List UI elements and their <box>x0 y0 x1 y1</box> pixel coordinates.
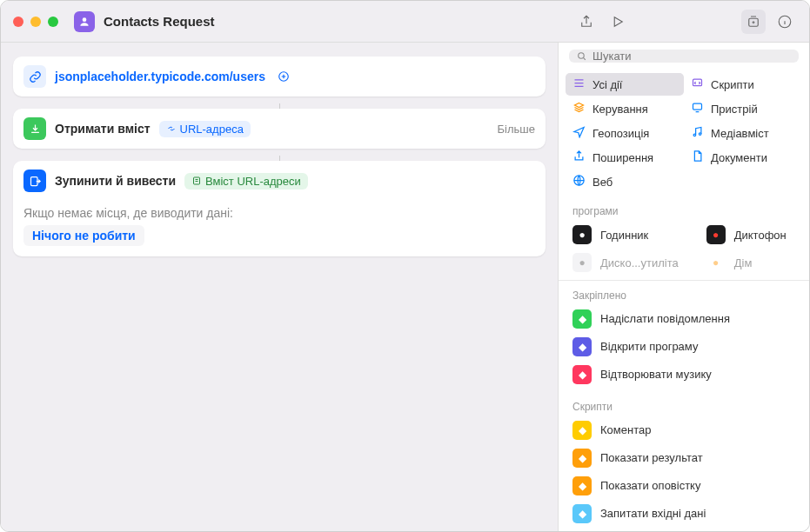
titlebar: Contacts Request <box>1 1 809 43</box>
action-item[interactable]: ◆Порахувати <box>559 528 809 531</box>
window-controls <box>13 17 58 27</box>
more-button[interactable]: Більше <box>498 123 535 136</box>
app-item[interactable]: ●Диктофон <box>693 221 809 249</box>
add-url-button[interactable] <box>274 67 293 86</box>
svg-point-9 <box>693 134 696 136</box>
url-value[interactable]: jsonplaceholder.typicode.com/users <box>55 70 265 83</box>
svg-point-0 <box>83 17 87 22</box>
action-item[interactable]: ◆Коментар <box>559 416 809 444</box>
library-button[interactable] <box>741 10 766 34</box>
category-item[interactable]: Веб <box>566 170 684 193</box>
maximize-button[interactable] <box>48 17 58 27</box>
scripts-section-title: Скрипти <box>559 396 809 416</box>
info-button[interactable] <box>773 10 797 34</box>
apps-grid: ●Годинник●Диктофон●Диско...утиліта●Дім <box>559 221 809 276</box>
category-item[interactable]: Керування <box>566 97 684 120</box>
category-grid: Усі діїСкриптиКеруванняПристрійГеопозиці… <box>559 70 809 200</box>
action-item[interactable]: ◆Показати оповістку <box>559 472 809 500</box>
action-item[interactable]: ◆Відтворювати музику <box>559 361 809 389</box>
url-action-card[interactable]: jsonplaceholder.typicode.com/users <box>13 57 546 96</box>
category-item[interactable]: Поширення <box>566 146 684 169</box>
category-item[interactable]: Медіавміст <box>684 122 802 144</box>
app-item[interactable]: ●Годинник <box>559 221 693 249</box>
link-icon <box>23 65 46 88</box>
if-nowhere-label: Якщо немає місця, де виводити дані: <box>23 206 535 220</box>
action-item[interactable]: ◆Показати результат <box>559 444 809 472</box>
get-contents-card[interactable]: Отримати вміст URL-адреса Більше <box>13 109 546 149</box>
close-button[interactable] <box>13 17 23 27</box>
minimize-button[interactable] <box>30 17 41 27</box>
url-token[interactable]: URL-адреса <box>159 121 251 137</box>
svg-rect-8 <box>693 103 702 110</box>
app-item[interactable]: ●Диско...утиліта <box>559 249 693 276</box>
action-item[interactable]: ◆Надіслати повідомлення <box>559 305 809 333</box>
pinned-list: ◆Надіслати повідомлення◆Відкрити програм… <box>559 305 809 389</box>
category-item[interactable]: Геопозиція <box>566 122 684 144</box>
window-title: Contacts Request <box>104 14 215 29</box>
category-item[interactable]: Пристрій <box>684 97 802 120</box>
search-icon <box>576 50 587 62</box>
category-item[interactable]: Документи <box>684 146 802 169</box>
app-item[interactable]: ●Дім <box>693 249 809 276</box>
action-item[interactable]: ◆Запитати вхідні дані <box>559 500 809 528</box>
search-field[interactable] <box>569 50 799 63</box>
pinned-section-title: Закріплено <box>559 284 809 305</box>
do-nothing-option[interactable]: Нічого не робити <box>23 225 144 246</box>
svg-point-6 <box>579 53 585 59</box>
svg-point-10 <box>699 133 701 136</box>
svg-rect-7 <box>693 79 702 86</box>
app-icon <box>74 11 95 32</box>
share-button[interactable] <box>574 10 599 34</box>
workflow-editor: jsonplaceholder.typicode.com/users Отрим… <box>1 43 558 531</box>
stop-output-label: Зупинити й вивести <box>55 174 176 188</box>
search-input[interactable] <box>592 50 792 63</box>
contents-token[interactable]: Вміст URL-адреси <box>184 173 308 190</box>
exit-icon <box>23 170 46 192</box>
scripts-list: ◆Коментар◆Показати результат◆Показати оп… <box>559 416 809 531</box>
action-item[interactable]: ◆Відкрити програму <box>559 333 809 361</box>
category-item[interactable]: Скрипти <box>684 73 802 96</box>
apps-section-title: програми <box>559 200 809 221</box>
get-contents-label: Отримати вміст <box>55 122 151 136</box>
category-item[interactable]: Усі дії <box>566 73 684 96</box>
stop-output-card[interactable]: Зупинити й вивести Вміст URL-адреси Якщо… <box>13 161 546 256</box>
actions-sidebar: Усі діїСкриптиКеруванняПристрійГеопозиці… <box>558 43 809 531</box>
download-icon <box>23 117 46 140</box>
run-button[interactable] <box>606 10 630 34</box>
